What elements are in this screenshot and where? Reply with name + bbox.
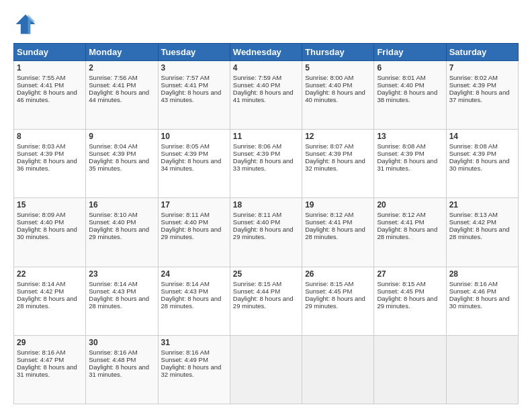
sunrise-text: Sunrise: 8:02 AM (449, 74, 498, 81)
calendar-cell (446, 335, 518, 404)
sunset-text: Sunset: 4:40 PM (89, 218, 136, 226)
sunrise-text: Sunrise: 8:08 AM (449, 142, 498, 150)
sunrise-text: Sunrise: 8:00 AM (305, 74, 353, 81)
calendar-cell: 23 Sunrise: 8:14 AM Sunset: 4:43 PM Dayl… (86, 267, 158, 335)
sunset-text: Sunset: 4:41 PM (17, 81, 64, 89)
logo (13, 12, 40, 36)
sunrise-text: Sunrise: 8:12 AM (305, 211, 353, 218)
day-number: 18 (233, 200, 299, 210)
day-number: 12 (305, 132, 371, 141)
day-number: 26 (305, 269, 371, 279)
day-number: 20 (377, 200, 443, 210)
daylight-text: Daylight: 8 hours and 28 minutes. (305, 226, 365, 240)
calendar-cell: 25 Sunrise: 8:15 AM Sunset: 4:44 PM Dayl… (230, 267, 302, 335)
sunrise-text: Sunrise: 8:11 AM (161, 211, 210, 218)
calendar-cell: 4 Sunrise: 7:59 AM Sunset: 4:40 PM Dayli… (230, 61, 302, 130)
calendar-cell: 18 Sunrise: 8:11 AM Sunset: 4:40 PM Dayl… (230, 198, 302, 267)
calendar-cell: 12 Sunrise: 8:07 AM Sunset: 4:39 PM Dayl… (302, 130, 374, 198)
sunrise-text: Sunrise: 8:12 AM (377, 211, 425, 218)
daylight-text: Daylight: 8 hours and 30 minutes. (449, 295, 510, 310)
calendar-cell: 26 Sunrise: 8:15 AM Sunset: 4:45 PM Dayl… (302, 267, 374, 335)
daylight-text: Daylight: 8 hours and 28 minutes. (89, 295, 149, 310)
sunrise-text: Sunrise: 8:08 AM (377, 142, 425, 150)
calendar-cell: 7 Sunrise: 8:02 AM Sunset: 4:39 PM Dayli… (446, 61, 518, 130)
calendar-row: 22 Sunrise: 8:14 AM Sunset: 4:42 PM Dayl… (14, 267, 519, 335)
calendar-cell: 17 Sunrise: 8:11 AM Sunset: 4:40 PM Dayl… (158, 198, 230, 267)
day-number: 3 (161, 63, 227, 73)
calendar-row: 8 Sunrise: 8:03 AM Sunset: 4:39 PM Dayli… (14, 130, 519, 198)
calendar-row: 1 Sunrise: 7:55 AM Sunset: 4:41 PM Dayli… (14, 61, 519, 130)
calendar-cell: 30 Sunrise: 8:16 AM Sunset: 4:48 PM Dayl… (86, 335, 158, 404)
sunset-text: Sunset: 4:39 PM (89, 150, 136, 157)
page: Sunday Monday Tuesday Wednesday Thursday… (0, 0, 532, 411)
day-number: 25 (233, 269, 299, 279)
sunset-text: Sunset: 4:40 PM (233, 218, 280, 226)
sunrise-text: Sunrise: 8:10 AM (89, 211, 137, 218)
daylight-text: Daylight: 8 hours and 29 minutes. (233, 295, 294, 310)
day-number: 21 (449, 200, 515, 210)
calendar-cell: 31 Sunrise: 8:16 AM Sunset: 4:49 PM Dayl… (158, 335, 230, 404)
col-monday: Monday (86, 44, 158, 61)
daylight-text: Daylight: 8 hours and 32 minutes. (161, 363, 222, 378)
sunset-text: Sunset: 4:41 PM (161, 81, 208, 89)
calendar-cell: 2 Sunrise: 7:56 AM Sunset: 4:41 PM Dayli… (86, 61, 158, 130)
daylight-text: Daylight: 8 hours and 35 minutes. (89, 157, 149, 172)
day-number: 7 (449, 63, 515, 73)
calendar-row: 29 Sunrise: 8:16 AM Sunset: 4:47 PM Dayl… (14, 335, 519, 404)
calendar-cell: 21 Sunrise: 8:13 AM Sunset: 4:42 PM Dayl… (446, 198, 518, 267)
calendar-cell (302, 335, 374, 404)
daylight-text: Daylight: 8 hours and 38 minutes. (377, 89, 437, 103)
sunrise-text: Sunrise: 8:06 AM (233, 142, 281, 150)
sunrise-text: Sunrise: 7:57 AM (161, 74, 210, 81)
calendar-cell: 1 Sunrise: 7:55 AM Sunset: 4:41 PM Dayli… (14, 61, 86, 130)
daylight-text: Daylight: 8 hours and 28 minutes. (17, 295, 77, 310)
col-friday: Friday (374, 44, 446, 61)
sunrise-text: Sunrise: 8:09 AM (17, 211, 65, 218)
daylight-text: Daylight: 8 hours and 46 minutes. (17, 89, 77, 103)
day-number: 13 (377, 132, 443, 141)
sunset-text: Sunset: 4:47 PM (17, 356, 64, 363)
day-number: 16 (89, 200, 154, 210)
calendar-cell: 3 Sunrise: 7:57 AM Sunset: 4:41 PM Dayli… (158, 61, 230, 130)
sunrise-text: Sunrise: 8:07 AM (305, 142, 353, 150)
daylight-text: Daylight: 8 hours and 41 minutes. (233, 89, 294, 103)
day-number: 29 (17, 338, 83, 347)
sunrise-text: Sunrise: 7:56 AM (89, 74, 137, 81)
day-number: 23 (89, 269, 154, 279)
calendar: Sunday Monday Tuesday Wednesday Thursday… (13, 43, 519, 404)
calendar-cell (374, 335, 446, 404)
sunset-text: Sunset: 4:39 PM (161, 150, 208, 157)
daylight-text: Daylight: 8 hours and 28 minutes. (449, 226, 510, 240)
sunset-text: Sunset: 4:49 PM (161, 356, 208, 363)
sunset-text: Sunset: 4:43 PM (161, 287, 208, 295)
daylight-text: Daylight: 8 hours and 29 minutes. (161, 226, 222, 240)
daylight-text: Daylight: 8 hours and 31 minutes. (89, 363, 149, 378)
sunrise-text: Sunrise: 7:55 AM (17, 74, 65, 81)
sunset-text: Sunset: 4:41 PM (305, 218, 352, 226)
sunrise-text: Sunrise: 8:16 AM (89, 349, 137, 356)
calendar-cell: 24 Sunrise: 8:14 AM Sunset: 4:43 PM Dayl… (158, 267, 230, 335)
calendar-cell (230, 335, 302, 404)
sunset-text: Sunset: 4:39 PM (377, 150, 424, 157)
sunrise-text: Sunrise: 8:15 AM (305, 280, 353, 287)
calendar-cell: 27 Sunrise: 8:15 AM Sunset: 4:45 PM Dayl… (374, 267, 446, 335)
sunset-text: Sunset: 4:39 PM (17, 150, 64, 157)
day-number: 2 (89, 63, 154, 73)
sunset-text: Sunset: 4:45 PM (305, 287, 352, 295)
day-number: 19 (305, 200, 371, 210)
day-number: 22 (17, 269, 83, 279)
daylight-text: Daylight: 8 hours and 29 minutes. (377, 295, 437, 310)
sunset-text: Sunset: 4:41 PM (89, 81, 136, 89)
sunrise-text: Sunrise: 8:11 AM (233, 211, 281, 218)
sunset-text: Sunset: 4:43 PM (89, 287, 136, 295)
calendar-table: Sunday Monday Tuesday Wednesday Thursday… (13, 43, 519, 404)
daylight-text: Daylight: 8 hours and 28 minutes. (377, 226, 437, 240)
sunset-text: Sunset: 4:40 PM (377, 81, 424, 89)
sunset-text: Sunset: 4:45 PM (377, 287, 424, 295)
sunset-text: Sunset: 4:42 PM (449, 218, 496, 226)
calendar-cell: 5 Sunrise: 8:00 AM Sunset: 4:40 PM Dayli… (302, 61, 374, 130)
calendar-cell: 16 Sunrise: 8:10 AM Sunset: 4:40 PM Dayl… (86, 198, 158, 267)
day-number: 17 (161, 200, 227, 210)
day-number: 24 (161, 269, 227, 279)
calendar-body: 1 Sunrise: 7:55 AM Sunset: 4:41 PM Dayli… (14, 61, 519, 404)
